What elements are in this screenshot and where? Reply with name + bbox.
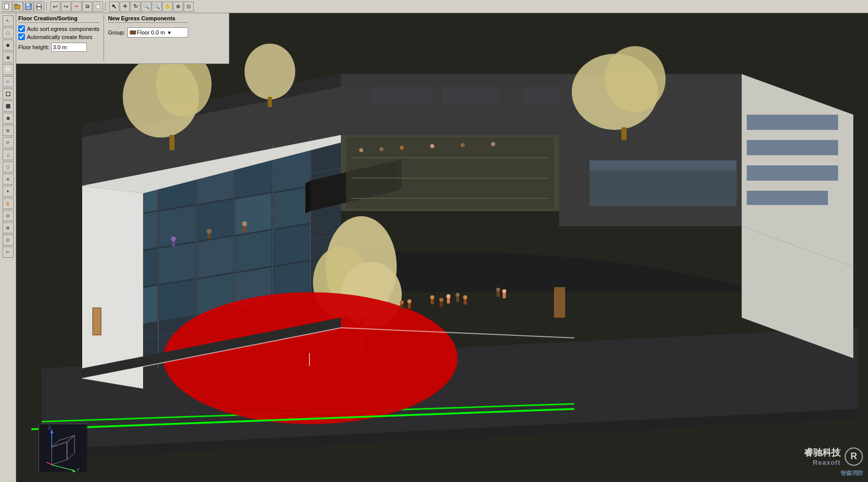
control-panel: Floor Creation/Sorting Auto sort egress …	[16, 13, 229, 64]
floor-height-input[interactable]	[51, 43, 87, 52]
main-toolbar: ↩ ↪ ✂ ⧉ 📋 ↖ ✛ ↻ 🔍 🔍 ✋ ⊕ ⊡	[0, 0, 868, 13]
left-tool-6[interactable]: ✏	[3, 76, 14, 87]
left-tool-7[interactable]: 🔲	[3, 88, 14, 99]
svg-rect-3	[15, 4, 17, 6]
auto-create-checkbox[interactable]	[18, 33, 25, 40]
svg-point-115	[407, 299, 411, 303]
move-tool-button[interactable]: ✛	[120, 2, 130, 12]
3d-viewport[interactable]: Z Y 睿驰科技 Reaxoft R 智森消防	[16, 13, 868, 482]
select-tool-button[interactable]: ↖	[109, 2, 119, 12]
redo-button[interactable]: ↪	[61, 2, 71, 12]
separator-1	[46, 2, 48, 11]
svg-marker-44	[159, 205, 195, 247]
group-dropdown[interactable]: Floor 0.0 m ▾	[127, 27, 188, 38]
svg-marker-56	[159, 280, 195, 321]
floor-creation-title: Floor Creation/Sorting	[18, 15, 99, 23]
svg-point-111	[463, 295, 467, 299]
left-tool-4[interactable]: ▣	[3, 52, 14, 63]
left-tool-12[interactable]: △	[3, 149, 14, 160]
svg-rect-6	[26, 7, 30, 9]
group-row: Group: Floor 0.0 m ▾	[108, 27, 188, 38]
svg-rect-69	[243, 226, 246, 231]
edit-toolbar-group: ↩ ↪ ✂ ⧉ 📋	[50, 2, 103, 12]
svg-rect-104	[431, 299, 434, 304]
svg-point-142	[491, 142, 495, 146]
svg-rect-126	[93, 308, 100, 334]
svg-rect-143	[39, 424, 87, 472]
svg-rect-116	[408, 303, 411, 308]
fit-view-button[interactable]: ⊡	[184, 2, 194, 12]
svg-rect-83	[747, 165, 838, 181]
svg-marker-86	[305, 181, 310, 214]
new-egress-title: New Egress Components	[108, 15, 188, 23]
svg-text:Z: Z	[48, 425, 51, 430]
left-tool-5[interactable]: ⬜	[3, 64, 14, 75]
left-tool-2[interactable]: ⬡	[3, 27, 14, 39]
left-tool-18[interactable]: ⊠	[3, 222, 14, 233]
svg-point-94	[605, 46, 666, 112]
svg-rect-8	[37, 4, 41, 6]
svg-text:Y: Y	[77, 467, 80, 472]
cut-button[interactable]: ✂	[72, 2, 82, 12]
sub-brand-text: 智森消防	[841, 470, 863, 476]
svg-point-119	[502, 289, 506, 293]
svg-point-68	[242, 221, 247, 226]
auto-sort-label: Auto sort egress components	[27, 26, 99, 32]
new-button[interactable]	[2, 2, 12, 12]
svg-rect-9	[37, 7, 41, 10]
file-toolbar-group	[2, 2, 44, 12]
svg-rect-82	[747, 140, 838, 155]
left-tool-panel: ↖ ⬡ ⬟ ▣ ⬜ ✏ 🔲 ⬛ 🔳 ⊞ ⟳ △ ⬠ ⊛ ✦ ⊞ ⊟ ⊠ ⊡ ⊢	[0, 13, 16, 482]
orbit-button[interactable]: ⊕	[173, 2, 183, 12]
svg-point-117	[496, 288, 500, 292]
left-tool-3[interactable]: ⬟	[3, 40, 14, 51]
undo-button[interactable]: ↩	[50, 2, 60, 12]
open-button[interactable]	[13, 2, 23, 12]
left-tool-9[interactable]: 🔳	[3, 113, 14, 124]
copy-button[interactable]: ⧉	[82, 2, 92, 12]
svg-marker-51	[197, 236, 233, 278]
left-tool-11[interactable]: ⟳	[3, 137, 14, 148]
left-tool-19[interactable]: ⊡	[3, 234, 14, 246]
left-tool-15[interactable]: ✦	[3, 186, 14, 197]
group-value: Floor 0.0 m	[137, 29, 165, 36]
svg-point-137	[359, 148, 363, 152]
left-tool-1[interactable]: ↖	[3, 15, 14, 26]
svg-point-105	[439, 298, 443, 302]
print-button[interactable]	[34, 2, 44, 12]
save-button[interactable]	[23, 2, 33, 12]
svg-point-141	[461, 143, 465, 147]
paste-button[interactable]: 📋	[93, 2, 103, 12]
zoom-in-button[interactable]: 🔍	[141, 2, 151, 12]
svg-point-101	[163, 292, 458, 424]
svg-point-107	[446, 294, 450, 298]
svg-rect-118	[497, 292, 500, 297]
svg-point-138	[379, 147, 384, 151]
svg-marker-132	[589, 160, 737, 170]
svg-point-64	[171, 236, 176, 242]
left-tool-14[interactable]: ⊛	[3, 174, 14, 185]
svg-marker-46	[235, 193, 271, 235]
new-egress-section: New Egress Components Group: Floor 0.0 m…	[103, 15, 188, 61]
svg-rect-67	[207, 234, 211, 239]
left-tool-16[interactable]: ⊞	[3, 198, 14, 209]
left-tool-13[interactable]: ⬠	[3, 161, 14, 173]
zoom-out-button[interactable]: 🔍	[152, 2, 162, 12]
floor-height-row: Floor height:	[18, 43, 99, 52]
rotate-tool-button[interactable]: ↻	[130, 2, 141, 12]
view-toolbar-group: ↖ ✛ ↻ 🔍 🔍 ✋ ⊕ ⊡	[109, 2, 194, 12]
left-tool-10[interactable]: ⊞	[3, 125, 14, 136]
svg-rect-65	[172, 242, 175, 247]
separator-2	[105, 2, 107, 11]
auto-create-row: Automatically create floors	[18, 33, 99, 40]
svg-rect-110	[456, 297, 459, 302]
auto-sort-checkbox[interactable]	[18, 25, 25, 32]
left-tool-20[interactable]: ⊢	[3, 247, 14, 258]
pan-button[interactable]: ✋	[162, 2, 172, 12]
svg-marker-45	[197, 199, 233, 241]
svg-rect-92	[268, 97, 272, 107]
left-tool-8[interactable]: ⬛	[3, 100, 14, 112]
svg-rect-108	[447, 298, 450, 303]
left-tool-17[interactable]: ⊟	[3, 210, 14, 221]
floor-creation-section: Floor Creation/Sorting Auto sort egress …	[18, 15, 99, 61]
